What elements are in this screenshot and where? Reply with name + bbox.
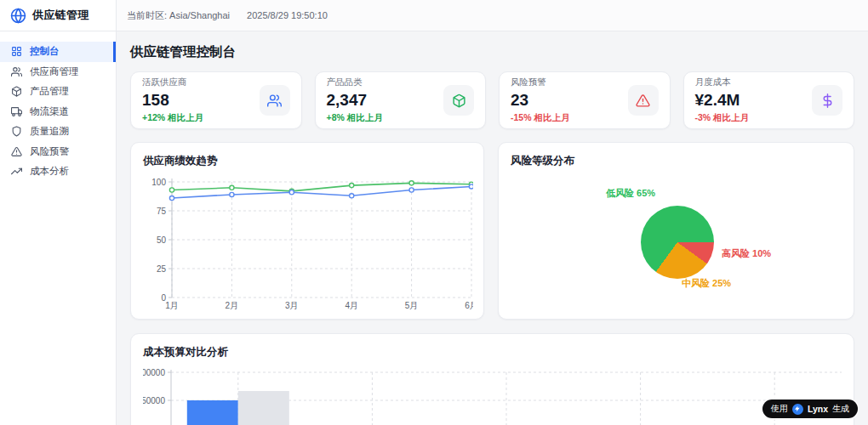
users-icon [11, 66, 22, 77]
sidebar-item-dashboard[interactable]: 控制台 [0, 42, 116, 62]
stat-iconbox [628, 85, 659, 116]
alert-icon [11, 146, 22, 157]
stat-label: 产品品类 [327, 76, 383, 88]
svg-text:4月: 4月 [345, 301, 358, 310]
sidebar-item-cost[interactable]: 成本分析 [0, 162, 116, 182]
topbar: 供应链管理 当前时区: Asia/Shanghai 2025/8/29 19:5… [0, 0, 868, 31]
sidebar-item-risk[interactable]: 风险预警 [0, 142, 116, 162]
stat-iconbox [812, 85, 842, 116]
bolt-icon [794, 405, 801, 412]
package-icon [452, 94, 466, 108]
pie-label-1: 中风险 25% [682, 277, 731, 290]
svg-text:75: 75 [157, 207, 167, 216]
stat-info: 产品品类2,347+8% 相比上月 [327, 76, 383, 124]
sidebar: 控制台供应商管理产品管理物流渠道质量追溯风险预警成本分析 [0, 31, 117, 425]
svg-text:1月: 1月 [165, 301, 179, 310]
topbar-info: 当前时区: Asia/Shanghai 2025/8/29 19:50:10 [117, 0, 868, 31]
sidebar-item-label: 产品管理 [30, 85, 69, 98]
trend-icon [11, 166, 22, 177]
pie-label-0: 高风险 10% [722, 247, 771, 260]
truck-icon [11, 106, 22, 117]
sidebar-item-label: 质量追溯 [30, 125, 69, 138]
sidebar-item-products[interactable]: 产品管理 [0, 82, 116, 102]
brand: 供应链管理 [0, 0, 117, 31]
stat-label: 月度成本 [695, 76, 750, 88]
stat-card-active-suppliers: 活跃供应商158+12% 相比上月 [130, 71, 302, 129]
main-content: 供应链管理控制台 活跃供应商158+12% 相比上月产品品类2,347+8% 相… [117, 31, 868, 425]
svg-text:450000: 450000 [143, 396, 165, 405]
stat-info: 月度成本¥2.4M-3% 相比上月 [695, 76, 750, 124]
svg-text:5月: 5月 [405, 301, 419, 310]
pie-label-2: 低风险 65% [606, 187, 655, 200]
badge-suffix: 生成 [832, 403, 849, 415]
stat-card-monthly-cost: 月度成本¥2.4M-3% 相比上月 [683, 71, 855, 129]
sidebar-item-logistics[interactable]: 物流渠道 [0, 102, 116, 122]
svg-text:100: 100 [151, 178, 166, 187]
alert-icon [636, 94, 650, 108]
line-chart-card: 供应商绩效趋势 02550751001月2月3月4月5月6月 [130, 142, 484, 320]
timezone-label: 当前时区: Asia/Shanghai [127, 9, 230, 22]
sidebar-item-label: 物流渠道 [30, 105, 69, 118]
package-icon [11, 86, 22, 97]
svg-text:2月: 2月 [226, 301, 239, 310]
stat-card-risk-alerts: 风险预警23-15% 相比上月 [499, 71, 671, 129]
stat-delta: +12% 相比上月 [142, 112, 203, 124]
globe-icon [10, 8, 26, 24]
stat-value: 158 [142, 91, 203, 110]
stat-iconbox [443, 85, 474, 116]
stat-iconbox [260, 85, 290, 116]
pie-chart: 高风险 10%中风险 25%低风险 65% [499, 143, 854, 319]
sidebar-item-label: 控制台 [30, 45, 60, 58]
page-title: 供应链管理控制台 [130, 43, 854, 61]
svg-text:600000: 600000 [143, 368, 165, 377]
svg-text:25: 25 [157, 264, 167, 274]
globe-icon [10, 8, 26, 24]
line-chart-title: 供应商绩效趋势 [143, 154, 471, 168]
dashboard-icon [11, 46, 22, 57]
brand-title: 供应链管理 [32, 8, 89, 23]
stat-delta: -15% 相比上月 [511, 112, 569, 124]
stat-delta: +8% 相比上月 [327, 112, 383, 124]
bar-chart: 600000450000300000 [143, 365, 843, 425]
stat-value: 23 [511, 91, 569, 110]
lynx-badge[interactable]: 使用 Lynx 生成 [762, 400, 858, 418]
users-icon [267, 94, 282, 108]
sidebar-item-label: 成本分析 [30, 165, 69, 178]
app-root: 供应链管理 当前时区: Asia/Shanghai 2025/8/29 19:5… [0, 0, 868, 425]
sidebar-item-label: 供应商管理 [30, 65, 79, 78]
badge-prefix: 使用 [771, 403, 788, 415]
stat-value: 2,347 [327, 91, 383, 110]
badge-brand: Lynx [808, 404, 828, 414]
dollar-icon [820, 94, 835, 108]
shield-icon [11, 126, 22, 137]
stat-info: 活跃供应商158+12% 相比上月 [142, 76, 203, 124]
stat-label: 活跃供应商 [142, 76, 203, 88]
svg-text:3月: 3月 [285, 301, 299, 310]
stat-info: 风险预警23-15% 相比上月 [511, 76, 569, 124]
sidebar-item-suppliers[interactable]: 供应商管理 [0, 62, 116, 82]
stat-card-product-categories: 产品品类2,347+8% 相比上月 [315, 71, 487, 129]
bar-chart-card: 成本预算对比分析 600000450000300000 [130, 333, 854, 425]
charts-row: 供应商绩效趋势 02550751001月2月3月4月5月6月 风险等级分布 高风… [130, 142, 854, 320]
bar-chart-title: 成本预算对比分析 [143, 345, 842, 360]
app-shell: 控制台供应商管理产品管理物流渠道质量追溯风险预警成本分析 供应链管理控制台 活跃… [0, 31, 868, 425]
stat-label: 风险预警 [511, 76, 569, 88]
pie [641, 206, 714, 279]
stats-row: 活跃供应商158+12% 相比上月产品品类2,347+8% 相比上月风险预警23… [130, 71, 854, 129]
stat-delta: -3% 相比上月 [695, 112, 750, 124]
lynx-icon [792, 404, 803, 415]
sidebar-item-quality[interactable]: 质量追溯 [0, 122, 116, 142]
svg-text:50: 50 [157, 235, 167, 245]
datetime-label: 2025/8/29 19:50:10 [247, 10, 328, 20]
svg-text:6月: 6月 [465, 301, 473, 310]
line-chart: 02550751001月2月3月4月5月6月 [143, 173, 473, 313]
sidebar-item-label: 风险预警 [30, 145, 69, 158]
stat-value: ¥2.4M [695, 91, 750, 110]
pie-chart-card: 风险等级分布 高风险 10%中风险 25%低风险 65% [498, 142, 854, 320]
